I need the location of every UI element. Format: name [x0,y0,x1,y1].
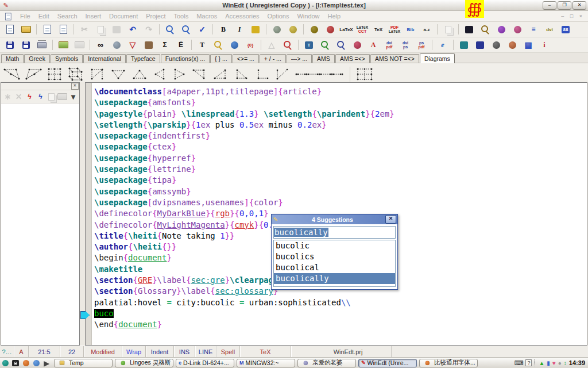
triangle-right-diagram-icon[interactable] [170,66,187,83]
firefox-icon[interactable] [21,358,31,367]
preview-icon[interactable] [211,39,225,51]
arrow-chain-diagram-icon[interactable] [292,66,346,83]
expand-arrow-icon[interactable]: ▶ [41,358,52,367]
text-font-icon[interactable]: T [195,39,209,51]
task-button-d-link-di-624[interactable]: eD-Link DI-624+... [176,359,234,367]
code-line[interactable]: \usepackage[dvipsnames,usenames]{color} [94,197,394,208]
terminal-icon[interactable] [462,24,476,36]
tab-diagrams[interactable]: Diagrams [420,53,455,63]
popup-close-button[interactable]: ✕ [385,215,396,224]
side-panel-close-icon[interactable]: ✕ [71,83,79,90]
menu-help[interactable]: Help [324,13,345,20]
log-view-icon[interactable] [281,39,295,51]
acrobat-pdf-icon[interactable]: A [366,39,380,51]
minimize-button[interactable]: – [543,1,556,10]
grid-2x2-diagram-icon[interactable] [45,66,64,83]
triangle-down-diagram-icon[interactable] [109,66,128,83]
tab-ams[interactable]: AMS =<> [335,54,370,63]
dvi2pdf-icon[interactable]: dvipdf [382,39,396,51]
task-button-winedt-unre[interactable]: ✎WinEdt (Unre... [358,359,417,367]
skull-icon[interactable] [10,358,21,367]
suggestion-item[interactable]: bucolical [274,262,395,273]
dvi-error-icon[interactable] [350,39,364,51]
task-button-mingw32[interactable]: MMINGW32:~ [237,359,295,367]
new-file-icon[interactable] [3,24,17,36]
tab-[interactable]: { } ... [210,54,232,63]
info-icon[interactable]: i [537,39,551,51]
print-icon[interactable] [35,39,49,51]
binoculars-icon[interactable]: ∞ [94,39,107,51]
suggestion-item[interactable]: bucolic [274,240,395,251]
menu-search[interactable]: Search [53,13,82,20]
menu-document[interactable]: Document [105,13,142,20]
filter-icon[interactable]: ▽ [126,39,140,51]
tab-ams-not[interactable]: AMS NOT =<> [370,54,419,63]
search-folder-icon[interactable] [478,24,492,36]
save-all-icon[interactable] [19,39,33,51]
tab-[interactable]: ---> ... [287,54,312,63]
palette-icon[interactable] [510,24,524,36]
document-view-icon[interactable] [40,24,54,36]
list-icon[interactable]: ≡ [527,24,540,36]
dish-tray-icon[interactable]: ● [558,360,562,366]
registers-icon[interactable] [559,24,572,36]
globe-icon[interactable] [227,39,241,51]
dvi-edit-icon[interactable]: dvi [543,24,556,36]
dvi-search-icon[interactable] [334,39,348,51]
expand-arrow-icon[interactable]: ▶ [41,358,52,368]
blue-bolt-icon[interactable]: ϟ [36,92,45,102]
menu-file[interactable]: File [16,13,34,20]
macros-icon[interactable] [489,39,503,51]
menu-accessories[interactable]: Accessories [221,13,263,20]
task-button-[interactable]: 比较通用字体... [419,359,478,367]
lion-icon[interactable] [307,24,321,36]
triangle-left-diagram-icon[interactable] [151,66,168,83]
sum-icon[interactable]: Σ [158,39,172,51]
code-line[interactable]: buco [94,308,394,319]
texify-icon[interactable] [302,39,316,51]
restore-button[interactable]: ❐ [558,1,571,10]
keyboard-icon[interactable]: ⌨ [514,359,524,367]
brace-zero-icon[interactable]: {0} [243,39,257,51]
messenger-tray-icon[interactable]: ♥ [552,360,556,366]
menu-options[interactable]: Options [264,13,293,20]
code-line[interactable]: palatial:hovel = city:bucolic = urban:so… [94,297,394,308]
menu-edit[interactable]: Edit [34,13,53,20]
code-line[interactable]: \usepackage{indentfirst} [94,131,394,141]
search-icon[interactable] [163,24,177,36]
task-button-lingoes[interactable]: Lingoes 灵格斯 [115,359,173,367]
italic-icon[interactable]: I [233,24,246,36]
code-line[interactable]: \usepackage{lettrine} [94,164,394,175]
code-line[interactable]: \end{document} [94,319,394,330]
update-tray-icon[interactable]: ↕ [564,360,567,366]
menu-insert[interactable]: Insert [82,13,106,20]
prism-right-diagram-icon[interactable] [24,66,43,83]
red-bolt-icon[interactable]: ϟ [25,92,34,102]
pdflatex-icon[interactable]: PDFLaTeX [388,24,401,36]
chart-tray-icon[interactable]: ▲ [539,360,544,366]
corner-left-diagram-icon[interactable] [253,66,270,83]
tab-functions-x[interactable]: Functions(x) ... [161,54,210,63]
tab-typeface[interactable]: Typeface [126,54,160,63]
browser-icon[interactable] [31,358,41,367]
tex-icon[interactable]: TeX [372,24,385,36]
code-line[interactable]: \usepackage{ctex} [94,141,394,152]
code-line[interactable]: \pagestyle{plain} \linespread{1.3} \setl… [94,109,394,120]
tab-[interactable]: <>= ... [233,54,259,63]
tab-greek[interactable]: Greek [24,54,50,63]
latex-icon[interactable]: LaTeX [339,24,353,36]
users-icon[interactable] [505,39,519,51]
help-icon[interactable]: ? [525,359,532,366]
task-button-[interactable]: 亲爱的老婆 [297,359,356,367]
vee-diagram-icon[interactable] [272,66,290,83]
dvi-preview-icon[interactable] [318,39,332,51]
suggestion-item[interactable]: bucolics [274,251,395,262]
spellcheck-icon[interactable]: ✓ [195,24,209,36]
bibtex-icon[interactable]: Bib [404,24,417,36]
open-file-icon[interactable] [19,24,33,36]
mdi-document-icon[interactable] [2,12,13,21]
devil-icon[interactable] [323,24,337,36]
close-button[interactable]: ✕ [572,1,586,10]
popup-title-bar[interactable]: ✎ 4 Suggestions ✕ [272,214,397,224]
window-arrange-icon[interactable] [473,39,487,51]
